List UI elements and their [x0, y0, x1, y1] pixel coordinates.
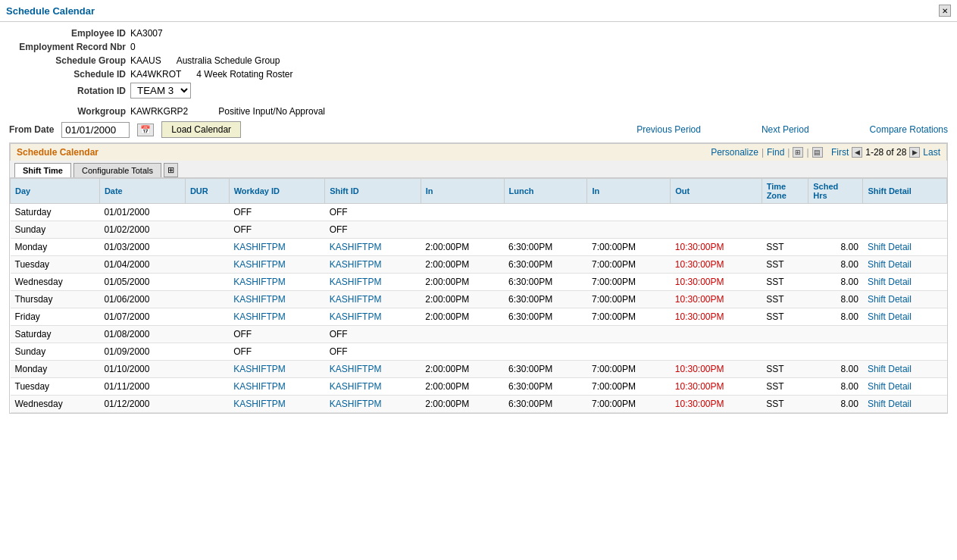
- cell-shift_id[interactable]: KASHIFTPM: [325, 239, 421, 256]
- employee-id-label: Employee ID: [9, 28, 130, 39]
- cell-shift_detail[interactable]: Shift Detail: [863, 396, 947, 413]
- personalize-link[interactable]: Personalize: [711, 147, 758, 158]
- cell-time_zone: SST: [762, 256, 808, 274]
- rotation-id-select[interactable]: TEAM 3: [130, 83, 191, 99]
- cell-shift_id[interactable]: KASHIFTPM: [325, 274, 421, 291]
- cell-lunch: [504, 204, 587, 221]
- cell-workday_id[interactable]: KASHIFTPM: [229, 291, 325, 308]
- cell-date: 01/09/2000: [99, 343, 185, 361]
- cell-shift_id[interactable]: KASHIFTPM: [325, 308, 421, 326]
- cell-lunch: 6:30:00PM: [504, 396, 587, 413]
- cell-time_zone: [762, 343, 808, 361]
- shift_detail-link[interactable]: Shift Detail: [868, 364, 912, 374]
- cell-in: [421, 326, 504, 343]
- workday_id-link[interactable]: KASHIFTPM: [233, 311, 286, 322]
- cell-shift_detail[interactable]: Shift Detail: [863, 361, 947, 378]
- shift_id-link[interactable]: KASHIFTPM: [330, 364, 382, 374]
- cell-sched_hrs: 8.00: [808, 239, 863, 256]
- shift_id-link[interactable]: KASHIFTPM: [330, 311, 382, 322]
- cell-sched_hrs: 8.00: [808, 361, 863, 378]
- shift_detail-link[interactable]: Shift Detail: [868, 381, 912, 392]
- cell-workday_id[interactable]: KASHIFTPM: [229, 239, 325, 256]
- workday_id-link[interactable]: KASHIFTPM: [233, 399, 286, 409]
- cell-day: Tuesday: [11, 378, 100, 396]
- cell-workday_id[interactable]: KASHIFTPM: [229, 308, 325, 326]
- cell-out: 10:30:00PM: [671, 291, 762, 308]
- cell-shift_id[interactable]: KASHIFTPM: [325, 378, 421, 396]
- workday_id-link[interactable]: KASHIFTPM: [233, 294, 286, 305]
- table-row: Friday01/07/2000KASHIFTPMKASHIFTPM2:00:0…: [11, 308, 947, 326]
- table-row: Monday01/03/2000KASHIFTPMKASHIFTPM2:00:0…: [11, 239, 947, 256]
- schedule-group-row: Schedule Group KAAUS Australia Schedule …: [9, 55, 948, 66]
- cell-shift_detail[interactable]: Shift Detail: [863, 256, 947, 274]
- cell-day: Friday: [11, 308, 100, 326]
- cell-time_zone: SST: [762, 378, 808, 396]
- view-icon-1[interactable]: ⊞: [793, 147, 803, 158]
- compare-rotations-link[interactable]: Compare Rotations: [870, 124, 948, 135]
- cell-out: 10:30:00PM: [671, 308, 762, 326]
- tab-configurable-totals[interactable]: Configurable Totals: [73, 163, 161, 177]
- prev-page-icon[interactable]: ◀: [852, 147, 862, 158]
- cell-sched_hrs: 8.00: [808, 256, 863, 274]
- load-calendar-button[interactable]: Load Calendar: [161, 121, 241, 138]
- workday_id-link[interactable]: KASHIFTPM: [233, 364, 286, 374]
- last-label[interactable]: Last: [923, 147, 940, 158]
- cell-shift_id[interactable]: KASHIFTPM: [325, 361, 421, 378]
- shift_detail-link[interactable]: Shift Detail: [868, 311, 912, 322]
- first-label[interactable]: First: [831, 147, 849, 158]
- shift_id-link[interactable]: KASHIFTPM: [330, 259, 382, 270]
- cell-in: 2:00:00PM: [421, 291, 504, 308]
- shift_id-link[interactable]: KASHIFTPM: [330, 294, 382, 305]
- next-page-icon[interactable]: ▶: [909, 147, 920, 158]
- cell-shift_id[interactable]: KASHIFTPM: [325, 291, 421, 308]
- close-button[interactable]: ✕: [939, 5, 951, 17]
- cell-sched_hrs: [808, 343, 863, 361]
- cell-workday_id[interactable]: KASHIFTPM: [229, 378, 325, 396]
- workday_id-link[interactable]: KASHIFTPM: [233, 381, 286, 392]
- cell-in2: 7:00:00PM: [587, 256, 671, 274]
- tab-shift-time[interactable]: Shift Time: [14, 163, 71, 177]
- employee-info-section: Employee ID KA3007 Employment Record Nbr…: [9, 28, 948, 99]
- cell-workday_id[interactable]: KASHIFTPM: [229, 274, 325, 291]
- cell-workday_id[interactable]: KASHIFTPM: [229, 361, 325, 378]
- cell-workday_id: OFF: [229, 326, 325, 343]
- next-period-link[interactable]: Next Period: [762, 124, 809, 135]
- cell-shift_id[interactable]: KASHIFTPM: [325, 396, 421, 413]
- workday_id-link[interactable]: KASHIFTPM: [233, 277, 286, 287]
- cell-in2: 7:00:00PM: [587, 308, 671, 326]
- cell-in: [421, 204, 504, 221]
- schedule-table-wrapper[interactable]: Day Date DUR Workday ID Shift ID In Lunc…: [10, 178, 947, 413]
- cell-date: 01/02/2000: [99, 221, 185, 239]
- cell-shift_id[interactable]: KASHIFTPM: [325, 256, 421, 274]
- calendar-icon-button[interactable]: 📅: [137, 124, 154, 136]
- shift_id-link[interactable]: KASHIFTPM: [330, 242, 382, 252]
- cell-shift_detail[interactable]: Shift Detail: [863, 378, 947, 396]
- cell-workday_id[interactable]: KASHIFTPM: [229, 396, 325, 413]
- from-date-label: From Date: [9, 124, 54, 135]
- cell-shift_detail[interactable]: Shift Detail: [863, 239, 947, 256]
- workday_id-link[interactable]: KASHIFTPM: [233, 242, 286, 252]
- cell-date: 01/06/2000: [99, 291, 185, 308]
- from-date-input[interactable]: [61, 122, 130, 138]
- cell-time_zone: [762, 326, 808, 343]
- workgroup-desc: Positive Input/No Approval: [218, 106, 325, 117]
- cell-shift_detail[interactable]: Shift Detail: [863, 308, 947, 326]
- cell-shift_detail[interactable]: Shift Detail: [863, 274, 947, 291]
- shift_detail-link[interactable]: Shift Detail: [868, 294, 912, 305]
- shift_id-link[interactable]: KASHIFTPM: [330, 399, 382, 409]
- schedule-id-value: KA4WKROT: [130, 69, 181, 80]
- workday_id-link[interactable]: KASHIFTPM: [233, 259, 286, 270]
- shift_detail-link[interactable]: Shift Detail: [868, 399, 912, 409]
- tab-grid-icon[interactable]: ⊞: [164, 163, 178, 177]
- cell-workday_id[interactable]: KASHIFTPM: [229, 256, 325, 274]
- find-link[interactable]: Find: [767, 147, 784, 158]
- shift_detail-link[interactable]: Shift Detail: [868, 259, 912, 270]
- cell-time_zone: SST: [762, 308, 808, 326]
- previous-period-link[interactable]: Previous Period: [636, 124, 701, 135]
- shift_detail-link[interactable]: Shift Detail: [868, 277, 912, 287]
- shift_id-link[interactable]: KASHIFTPM: [330, 277, 382, 287]
- shift_id-link[interactable]: KASHIFTPM: [330, 381, 382, 392]
- view-icon-2[interactable]: ▤: [812, 147, 823, 158]
- shift_detail-link[interactable]: Shift Detail: [868, 242, 912, 252]
- cell-shift_detail[interactable]: Shift Detail: [863, 291, 947, 308]
